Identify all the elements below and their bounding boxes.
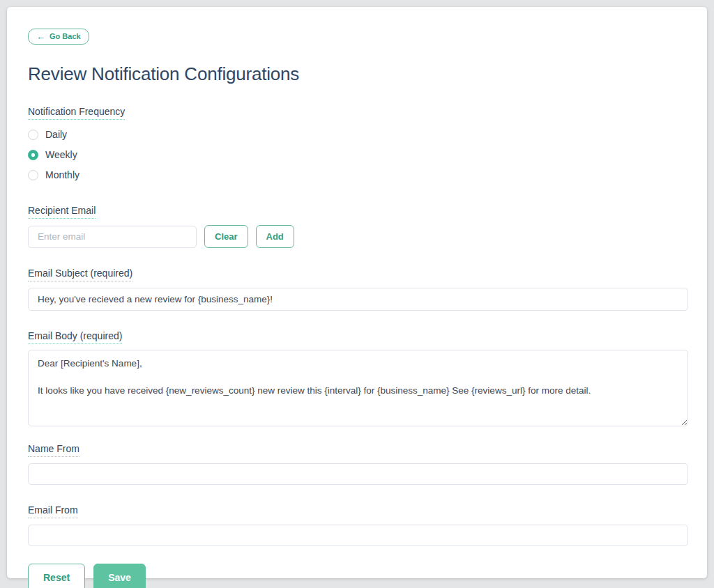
form-actions: Reset Save bbox=[28, 564, 686, 588]
frequency-section: Notification Frequency Daily Weekly Mont… bbox=[28, 105, 686, 185]
radio-weekly-label: Weekly bbox=[45, 149, 77, 160]
settings-card: ← Go Back Review Notification Configurat… bbox=[7, 7, 707, 578]
clear-button[interactable]: Clear bbox=[204, 225, 248, 248]
reset-button[interactable]: Reset bbox=[28, 564, 85, 588]
frequency-label: Notification Frequency bbox=[28, 106, 125, 120]
email-subject-section: Email Subject (required) bbox=[28, 267, 686, 311]
email-subject-input[interactable] bbox=[28, 288, 688, 311]
save-button[interactable]: Save bbox=[93, 564, 146, 588]
arrow-left-icon: ← bbox=[36, 32, 45, 41]
email-from-input[interactable] bbox=[28, 525, 688, 546]
radio-monthly-label: Monthly bbox=[45, 169, 79, 180]
recipient-email-label: Recipient Email bbox=[28, 205, 96, 219]
page-title: Review Notification Configurations bbox=[28, 63, 686, 85]
frequency-radio-group: Daily Weekly Monthly bbox=[28, 125, 686, 185]
frequency-option-weekly[interactable]: Weekly bbox=[28, 145, 686, 165]
email-body-label: Email Body (required) bbox=[28, 330, 122, 344]
radio-monthly[interactable] bbox=[28, 170, 38, 180]
recipient-email-input[interactable] bbox=[28, 226, 197, 248]
frequency-option-monthly[interactable]: Monthly bbox=[28, 165, 686, 185]
recipient-email-row: Clear Add bbox=[28, 225, 686, 248]
radio-daily[interactable] bbox=[28, 130, 38, 140]
email-body-section: Email Body (required) Dear [Recipient's … bbox=[28, 330, 686, 426]
go-back-label: Go Back bbox=[50, 33, 81, 40]
radio-daily-label: Daily bbox=[45, 129, 67, 140]
email-body-textarea[interactable]: Dear [Recipient's Name], It looks like y… bbox=[28, 350, 688, 426]
name-from-label: Name From bbox=[28, 443, 79, 457]
frequency-option-daily[interactable]: Daily bbox=[28, 125, 686, 145]
email-from-label: Email From bbox=[28, 504, 78, 518]
recipient-email-section: Recipient Email Clear Add bbox=[28, 204, 686, 248]
add-button[interactable]: Add bbox=[256, 225, 294, 248]
name-from-section: Name From bbox=[28, 442, 686, 485]
go-back-button[interactable]: ← Go Back bbox=[28, 29, 89, 45]
email-from-section: Email From bbox=[28, 504, 686, 546]
radio-weekly[interactable] bbox=[28, 150, 38, 160]
name-from-input[interactable] bbox=[28, 463, 688, 485]
email-subject-label: Email Subject (required) bbox=[28, 268, 132, 281]
